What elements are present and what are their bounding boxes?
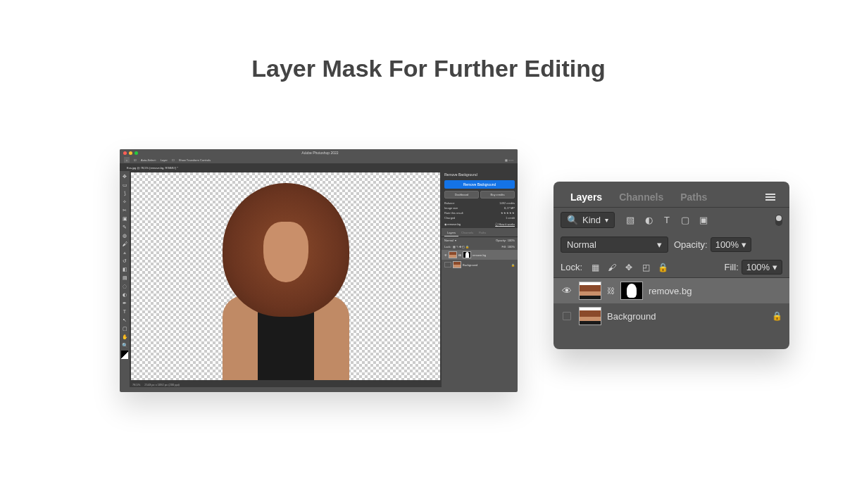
layer-thumbnail[interactable]: [579, 282, 601, 300]
mini-lock-icons[interactable]: ▦ ✎ ✥ ◰ 🔒: [453, 245, 469, 248]
zoom-level[interactable]: 78,5%: [132, 383, 140, 386]
eyedropper-tool-icon[interactable]: ✎: [122, 224, 128, 230]
search-icon: 🔍: [567, 215, 578, 225]
home-icon[interactable]: ⌂: [124, 157, 130, 163]
history-brush-tool-icon[interactable]: ↺: [122, 258, 128, 264]
visibility-eye-icon[interactable]: 👁: [561, 285, 573, 296]
maximize-icon[interactable]: [135, 151, 138, 155]
mini-tab-channels[interactable]: Channels: [458, 229, 476, 237]
mini-tab-layers[interactable]: Layers: [444, 229, 458, 237]
zoom-tool-icon[interactable]: 🔍: [122, 342, 128, 348]
fill-input[interactable]: 100% ▾: [742, 260, 782, 275]
tab-channels[interactable]: Channels: [611, 187, 672, 207]
photoshop-window: Adobe Photoshop 2022 ⌂ ☑ Auto-Select: La…: [120, 149, 518, 392]
mini-lock-label: Lock:: [444, 245, 451, 248]
blur-tool-icon[interactable]: ◌: [122, 283, 128, 289]
lock-image-icon[interactable]: 🖌: [606, 262, 618, 273]
charged-label: Charged: [444, 216, 455, 220]
type-tool-icon[interactable]: T: [122, 308, 128, 315]
visibility-toggle-empty[interactable]: [563, 312, 571, 320]
mini-layers-panel: Layers Channels Paths Normal▾ Opacity: 1…: [442, 228, 518, 387]
color-swatch-icon[interactable]: [121, 351, 128, 359]
filter-type-icon[interactable]: T: [661, 215, 673, 226]
auto-select-checkbox[interactable]: ☑: [134, 158, 137, 162]
lasso-tool-icon[interactable]: ⟆: [122, 190, 128, 196]
panel-menu-button[interactable]: [760, 189, 781, 206]
fill-label: Fill:: [725, 262, 739, 272]
brush-tool-icon[interactable]: 🖌: [122, 241, 128, 247]
mini-blend-dropdown[interactable]: Normal: [444, 239, 453, 242]
mini-layer-row[interactable]: 👁 ⛓ remove.bg: [442, 250, 518, 260]
show-transform-checkbox[interactable]: ☐: [172, 158, 175, 162]
wand-tool-icon[interactable]: ✧: [122, 199, 128, 205]
stamp-tool-icon[interactable]: ⟁: [122, 249, 128, 256]
filter-pixel-icon[interactable]: ▧: [625, 215, 636, 226]
hand-tool-icon[interactable]: ✋: [122, 334, 128, 340]
kind-filter-dropdown[interactable]: 🔍 Kind ▾: [561, 212, 615, 228]
blend-mode-dropdown[interactable]: Normal ▾: [561, 237, 668, 253]
mini-link-icon[interactable]: ⛓: [458, 253, 461, 257]
dodge-tool-icon[interactable]: ◐: [122, 291, 128, 298]
path-tool-icon[interactable]: ↖: [122, 317, 128, 323]
shape-tool-icon[interactable]: ▢: [122, 325, 128, 332]
canvas[interactable]: [131, 172, 440, 380]
mini-lock-icon: 🔒: [511, 263, 515, 267]
layer-row[interactable]: Background 🔒: [553, 303, 789, 329]
tab-layers[interactable]: Layers: [562, 187, 611, 207]
tab-paths[interactable]: Paths: [672, 187, 715, 207]
crop-tool-icon[interactable]: ✂: [122, 207, 128, 213]
heal-tool-icon[interactable]: ◍: [122, 232, 128, 239]
gradient-tool-icon[interactable]: ▤: [122, 275, 128, 281]
remove-background-button[interactable]: Remove Background: [444, 180, 515, 189]
minimize-icon[interactable]: [129, 151, 132, 155]
chevron-down-icon: ▾: [742, 239, 746, 250]
rate-stars[interactable]: ★★★★★: [501, 211, 515, 215]
mini-opacity-label: Opacity:: [496, 239, 506, 242]
filter-shape-icon[interactable]: ▢: [680, 215, 691, 226]
layer-name[interactable]: remove.bg: [649, 286, 692, 296]
lock-transparent-icon[interactable]: ▦: [589, 262, 601, 273]
layer-name[interactable]: Background: [607, 311, 656, 322]
mini-mask-thumb[interactable]: [463, 251, 471, 258]
page-title: Layer Mask For Further Editing: [0, 55, 857, 82]
layer-thumbnail[interactable]: [579, 307, 601, 325]
lock-all-icon[interactable]: 🔒: [657, 262, 668, 273]
frame-tool-icon[interactable]: ▣: [122, 215, 128, 222]
dashboard-button[interactable]: Dashboard: [444, 191, 479, 199]
auto-select-dropdown[interactable]: Layer: [161, 158, 168, 162]
mini-layer-thumb[interactable]: [453, 261, 461, 268]
mini-opacity-value[interactable]: 100%: [508, 239, 515, 242]
lock-position-icon[interactable]: ✥: [623, 262, 634, 273]
close-icon[interactable]: [123, 151, 127, 155]
mini-fill-value[interactable]: 100%: [508, 245, 515, 248]
move-tool-icon[interactable]: ✥: [122, 173, 128, 179]
pen-tool-icon[interactable]: ✒: [122, 300, 128, 306]
filter-adjust-icon[interactable]: ◐: [643, 215, 654, 226]
opacity-input[interactable]: 100% ▾: [711, 237, 751, 252]
chevron-down-icon: ▾: [605, 216, 608, 224]
filter-smart-icon[interactable]: ▣: [698, 215, 709, 226]
how-it-works-link[interactable]: ⓘ How it works: [495, 222, 515, 226]
lock-artboard-icon[interactable]: ◰: [640, 262, 651, 273]
layer-mask-thumbnail[interactable]: [620, 282, 643, 300]
document-tab[interactable]: Eva.jpg @ 78,5% (remove.bg, RGB/8#) *: [120, 164, 518, 171]
filter-toggle[interactable]: [775, 215, 782, 226]
tools-panel: ✥ ▭ ⟆ ✧ ✂ ▣ ✎ ◍ 🖌 ⟁ ↺ ◧ ▤ ◌ ◐ ✒ T ↖ ▢ ✋: [120, 171, 130, 387]
eraser-tool-icon[interactable]: ◧: [122, 266, 128, 272]
app-title: Adobe Photoshop 2022: [140, 151, 500, 155]
link-icon[interactable]: ⛓: [607, 286, 615, 295]
marquee-tool-icon[interactable]: ▭: [122, 182, 128, 188]
mini-layer-row[interactable]: Background 🔒: [442, 260, 518, 270]
mini-layer-thumb[interactable]: [449, 251, 457, 258]
chevron-down-icon: ▾: [772, 262, 777, 272]
mini-fill-label: Fill:: [502, 245, 506, 248]
mini-eye-icon[interactable]: 👁: [444, 253, 447, 257]
image-size-value: 8,27 MP: [504, 206, 515, 210]
mini-eye-empty[interactable]: [444, 262, 451, 267]
opacity-label: Opacity:: [674, 239, 708, 250]
buy-credits-button[interactable]: Buy credits: [480, 191, 515, 199]
mini-tab-paths[interactable]: Paths: [476, 229, 489, 237]
layer-row[interactable]: 👁 ⛓ remove.bg: [553, 278, 789, 303]
image-size-label: Image size: [444, 206, 458, 210]
align-icons[interactable]: ▦ ▫ ▫ ▫: [505, 158, 513, 162]
